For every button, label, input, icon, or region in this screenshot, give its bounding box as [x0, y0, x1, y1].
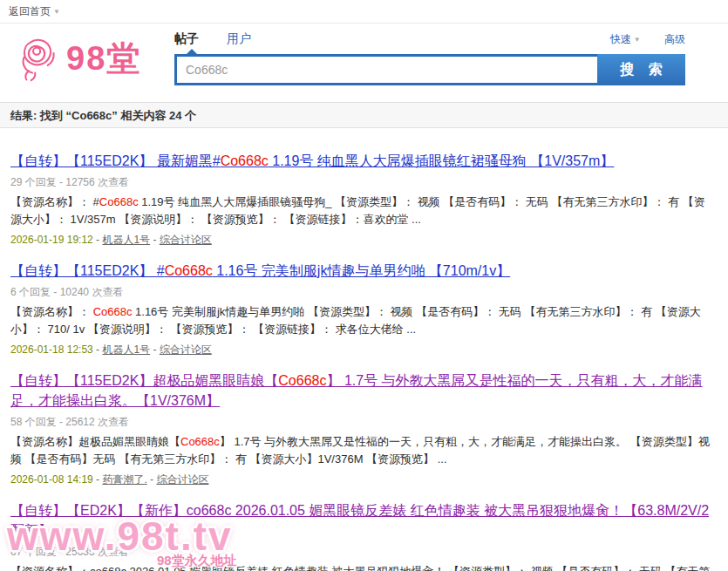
search-area: 帖子 用户 快速▼ 高级 搜 索 — [174, 31, 685, 85]
snippet-text: 【资源名称】： # — [10, 195, 99, 208]
results-summary-bar: 结果: 找到 “Co668c” 相关内容 24 个 — [0, 102, 728, 128]
site-name: 98堂 — [66, 37, 141, 81]
result-author-link[interactable]: 机器人1号 — [102, 343, 150, 356]
snippet-text: 【资源名称】： — [10, 305, 93, 318]
search-result: 【自转】【115ED2K】 最新媚黑#Co668c 1.19号 纯血黑人大屌爆插… — [10, 151, 716, 248]
title-text: 【自转】【115ED2K】 # — [10, 263, 165, 278]
back-home-link[interactable]: 返回首页 — [9, 0, 51, 23]
quick-search-link[interactable]: 快速▼ — [610, 33, 641, 45]
result-date: 2026-01-18 12:53 — [10, 343, 93, 356]
result-title-link[interactable]: 【自转】【115ED2K】超极品媚黑眼睛娘【Co668c】 1.7号 与外教大黑… — [10, 373, 703, 408]
result-replies-views: 6 个回复 - 10240 次查看 — [10, 285, 716, 300]
result-date: 2026-01-19 19:12 — [10, 234, 93, 246]
title-text: 【自转】【115ED2K】超极品媚黑眼睛娘【 — [10, 373, 278, 388]
keyword-highlight: Co668c — [180, 435, 220, 448]
advanced-search-link[interactable]: 高级 — [664, 33, 685, 45]
result-title-link[interactable]: 【自转】【115ED2K】 #Co668c 1.16号 完美制服jk情趣与单男约… — [10, 263, 510, 278]
tab-users[interactable]: 用户 — [227, 31, 251, 45]
result-forum-link[interactable]: 综合讨论区 — [160, 234, 212, 246]
title-text: 1.16号 完美制服jk情趣与单男约啪 【710m/1v】 — [213, 263, 510, 278]
result-snippet: 【资源名称】超极品媚黑眼睛娘【Co668c】 1.7号 与外教大黑屌又是性福的一… — [10, 433, 716, 468]
result-author-link[interactable]: 药膏潮了. — [102, 473, 146, 486]
result-snippet: 【资源名称】： #Co668c 1.19号 纯血黑人大屌爆插眼镜骚母狗_ 【资源… — [10, 194, 716, 228]
result-title-link[interactable]: 【自转】【115ED2K】 最新媚黑#Co668c 1.19号 纯血黑人大屌爆插… — [10, 153, 614, 168]
result-date: 2026-01-08 14:19 — [10, 473, 93, 486]
title-text: 【自转】【ED2K】【新作】co668c 2026.01.05 媚黑眼镜反差婊 … — [10, 503, 709, 538]
tab-pointer-notch — [187, 49, 197, 54]
header: 98堂 帖子 用户 快速▼ 高级 搜 索 — [0, 24, 728, 102]
result-replies-views: 58 个回复 - 25612 次查看 — [10, 415, 716, 430]
keyword-highlight: Co668c — [93, 305, 133, 318]
result-replies-views: 29 个回复 - 12756 次查看 — [10, 175, 716, 190]
caret-down-icon: ▼ — [634, 36, 641, 44]
search-result: 【自转】【115ED2K】超极品媚黑眼睛娘【Co668c】 1.7号 与外教大黑… — [10, 370, 716, 487]
snippet-text: 【资源名称】：co668c 2026.01.05 媚黑眼镜反差婊 红色情趣装 被… — [10, 565, 711, 571]
result-footer: 2026-01-08 14:19 - 药膏潮了. - 综合讨论区 — [10, 472, 716, 487]
result-footer: 2026-01-19 19:12 - 机器人1号 - 综合讨论区 — [10, 233, 716, 248]
result-title: 【自转】【115ED2K】 #Co668c 1.16号 完美制服jk情趣与单男约… — [10, 261, 716, 281]
keyword-highlight: Co668c — [99, 195, 139, 208]
search-input[interactable] — [174, 54, 597, 85]
result-forum-link[interactable]: 综合讨论区 — [160, 343, 212, 356]
result-replies-views: 67 个回复 - 25635 次查看 — [10, 545, 716, 560]
search-result: 【自转】【ED2K】【新作】co668c 2026.01.05 媚黑眼镜反差婊 … — [10, 500, 716, 571]
snippet-text: 【资源名称】超极品媚黑眼睛娘【 — [10, 435, 180, 448]
caret-down-icon: ▼ — [53, 1, 60, 24]
rose-icon — [12, 31, 63, 85]
result-title-link[interactable]: 【自转】【ED2K】【新作】co668c 2026.01.05 媚黑眼镜反差婊 … — [10, 503, 709, 538]
title-text: 【自转】【115ED2K】 最新媚黑# — [10, 153, 221, 168]
top-bar: 返回首页▼ — [0, 0, 728, 24]
search-button[interactable]: 搜 索 — [597, 54, 685, 85]
results-list: 【自转】【115ED2K】 最新媚黑#Co668c 1.19号 纯血黑人大屌爆插… — [0, 128, 728, 571]
result-title: 【自转】【115ED2K】 最新媚黑#Co668c 1.19号 纯血黑人大屌爆插… — [10, 151, 716, 171]
result-title: 【自转】【ED2K】【新作】co668c 2026.01.05 媚黑眼镜反差婊 … — [10, 500, 716, 540]
result-author-link[interactable]: 机器人1号 — [102, 234, 150, 246]
result-snippet: 【资源名称】： Co668c 1.16号 完美制服jk情趣与单男约啪 【资源类型… — [10, 303, 716, 338]
search-result: 【自转】【115ED2K】 #Co668c 1.16号 完美制服jk情趣与单男约… — [10, 261, 716, 357]
keyword-highlight: Co668c — [221, 153, 269, 168]
result-footer: 2026-01-18 12:53 - 机器人1号 - 综合讨论区 — [10, 343, 716, 357]
keyword-highlight: Co668c — [165, 263, 213, 278]
title-text: 1.19号 纯血黑人大屌爆插眼镜红裙骚母狗 【1V/357m】 — [269, 153, 615, 168]
tab-posts[interactable]: 帖子 — [174, 31, 199, 45]
result-snippet: 【资源名称】：co668c 2026.01.05 媚黑眼镜反差婊 红色情趣装 被… — [10, 563, 716, 571]
keyword-highlight: Co668c — [278, 373, 326, 388]
result-title: 【自转】【115ED2K】超极品媚黑眼睛娘【Co668c】 1.7号 与外教大黑… — [10, 370, 716, 411]
result-forum-link[interactable]: 综合讨论区 — [156, 473, 208, 486]
site-logo[interactable]: 98堂 — [12, 31, 141, 85]
